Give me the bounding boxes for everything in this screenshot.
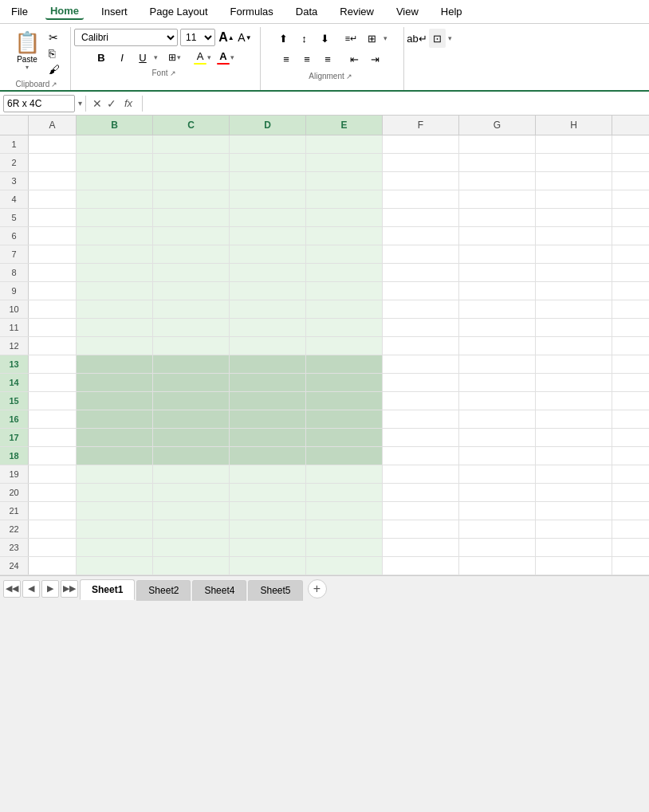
col-header-c[interactable]: C (153, 116, 230, 135)
grid-cell[interactable] (153, 190, 230, 208)
grid-cell[interactable] (383, 447, 459, 465)
align-bottom-button[interactable]: ⬇ (316, 29, 335, 48)
sheet-tab-sheet4[interactable]: Sheet4 (192, 580, 246, 601)
grid-cell[interactable] (536, 190, 612, 208)
clipboard-expand-icon[interactable]: ↗ (51, 80, 57, 88)
grid-cell[interactable] (29, 337, 77, 355)
grid-cell[interactable] (383, 135, 459, 153)
grid-cell[interactable] (306, 300, 383, 318)
sheet-nav-first[interactable]: ◀◀ (3, 580, 21, 598)
align-middle-button[interactable]: ↕ (295, 29, 314, 48)
grid-cell[interactable] (77, 337, 153, 355)
grid-cell[interactable] (383, 300, 459, 318)
format-painter-button[interactable]: 🖌 (46, 62, 62, 76)
grid-cell[interactable] (306, 227, 383, 245)
grid-cell[interactable] (153, 557, 230, 575)
grid-cell[interactable] (383, 319, 459, 336)
grid-cell[interactable] (77, 172, 153, 190)
row-number[interactable]: 19 (0, 465, 29, 483)
grid-cell[interactable] (536, 135, 612, 153)
grid-cell[interactable] (383, 355, 459, 373)
grid-cell[interactable] (77, 319, 153, 336)
borders-dropdown[interactable]: ▾ (177, 53, 181, 61)
grid-cell[interactable] (77, 374, 153, 391)
col-header-d[interactable]: D (230, 116, 306, 135)
row-number[interactable]: 7 (0, 245, 29, 263)
grid-cell[interactable] (383, 227, 459, 245)
grid-cell[interactable] (153, 135, 230, 153)
grid-cell[interactable] (306, 465, 383, 483)
grid-cell[interactable] (383, 520, 459, 538)
grid-cell[interactable] (230, 502, 306, 520)
grid-cell[interactable] (77, 447, 153, 465)
grid-cell[interactable] (459, 447, 536, 465)
row-number[interactable]: 13 (0, 355, 29, 373)
grid-cell[interactable] (77, 410, 153, 428)
grid-cell[interactable] (230, 429, 306, 446)
grid-cell[interactable] (536, 374, 612, 391)
font-color-dropdown[interactable]: ▾ (230, 53, 234, 61)
grid-cell[interactable] (230, 410, 306, 428)
grid-cell[interactable] (77, 209, 153, 226)
row-number[interactable]: 9 (0, 282, 29, 300)
formula-input[interactable] (146, 95, 646, 112)
grid-cell[interactable] (383, 392, 459, 410)
highlight-color-button[interactable]: A ▾ (191, 49, 213, 66)
grid-cell[interactable] (383, 190, 459, 208)
row-number[interactable]: 23 (0, 539, 29, 556)
grid-cell[interactable] (536, 410, 612, 428)
grid-cell[interactable] (459, 520, 536, 538)
merge-btn2[interactable]: ⊡ (429, 29, 446, 48)
row-number[interactable]: 11 (0, 319, 29, 336)
grid-cell[interactable] (230, 209, 306, 226)
grid-cell[interactable] (77, 484, 153, 501)
grid-cell[interactable] (29, 410, 77, 428)
grid-cell[interactable] (536, 520, 612, 538)
underline-button[interactable]: U (133, 48, 152, 67)
cancel-formula-icon[interactable]: ✕ (92, 97, 102, 110)
grid-cell[interactable] (306, 355, 383, 373)
grid-cell[interactable] (77, 154, 153, 171)
grid-cell[interactable] (153, 245, 230, 263)
grid-cell[interactable] (230, 264, 306, 281)
grid-cell[interactable] (153, 539, 230, 556)
grid-cell[interactable] (306, 557, 383, 575)
row-number[interactable]: 4 (0, 190, 29, 208)
row-number[interactable]: 24 (0, 557, 29, 575)
grid-cell[interactable] (77, 135, 153, 153)
grid-cell[interactable] (230, 245, 306, 263)
grid-cell[interactable] (153, 429, 230, 446)
grid-cell[interactable] (29, 190, 77, 208)
grid-cell[interactable] (536, 392, 612, 410)
row-number[interactable]: 3 (0, 172, 29, 190)
grid-cell[interactable] (459, 484, 536, 501)
grid-cell[interactable] (383, 484, 459, 501)
grid-cell[interactable] (383, 557, 459, 575)
grid-cell[interactable] (230, 135, 306, 153)
grid-cell[interactable] (536, 154, 612, 171)
grid-cell[interactable] (306, 245, 383, 263)
grid-cell[interactable] (306, 502, 383, 520)
copy-button[interactable]: ⎘ (46, 46, 62, 61)
grid-cell[interactable] (77, 557, 153, 575)
grid-cell[interactable] (230, 190, 306, 208)
row-number[interactable]: 10 (0, 300, 29, 318)
grid-cell[interactable] (383, 282, 459, 300)
menu-file[interactable]: File (6, 4, 33, 19)
grid-cell[interactable] (230, 447, 306, 465)
grid-cell[interactable] (77, 300, 153, 318)
grid-cell[interactable] (230, 557, 306, 575)
grid-cell[interactable] (306, 374, 383, 391)
grid-cell[interactable] (306, 520, 383, 538)
grid-cell[interactable] (536, 355, 612, 373)
grid-cell[interactable] (230, 484, 306, 501)
grid-cell[interactable] (459, 172, 536, 190)
grid-cell[interactable] (536, 465, 612, 483)
grid-cell[interactable] (383, 209, 459, 226)
row-number[interactable]: 6 (0, 227, 29, 245)
grid-cell[interactable] (306, 264, 383, 281)
grid-cell[interactable] (29, 172, 77, 190)
row-number[interactable]: 2 (0, 154, 29, 171)
grid-cell[interactable] (536, 245, 612, 263)
grid-cell[interactable] (153, 282, 230, 300)
